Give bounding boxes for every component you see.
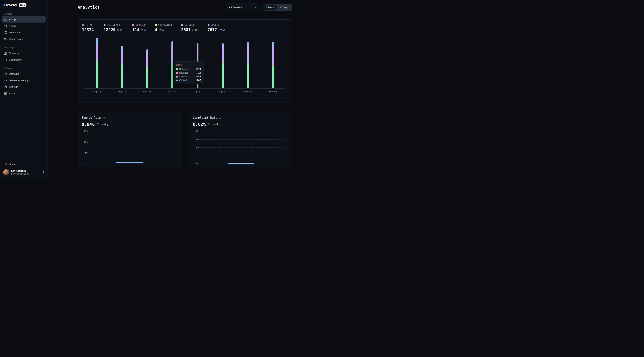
sidebar-item-templates[interactable]: Templates	[2, 29, 46, 36]
stat-complained: COMPLAINED 4(0%)	[155, 24, 172, 32]
bounce-rate-card: Bounce Rate 0.84% Healthy	[78, 112, 181, 167]
sidebar-item-label: Docs	[9, 163, 15, 166]
sidebar-item-domains[interactable]: Domains	[2, 70, 46, 77]
tooltip-row: Opened1055	[176, 75, 201, 78]
info-icon[interactable]	[102, 116, 105, 119]
rate-cards-row: Bounce Rate 0.84% Healthy	[78, 112, 292, 174]
page-title: Analytics	[78, 5, 100, 10]
stat-opened: OPENED 7677(62%)	[208, 24, 225, 32]
info-icon[interactable]	[219, 116, 222, 119]
sidebar-item-contacts[interactable]: Contacts	[2, 50, 46, 56]
check-circle-icon	[97, 123, 99, 126]
range-toggle: 7 Days 30 Days	[262, 4, 292, 10]
sidebar-item-docs[interactable]: Docs	[2, 161, 46, 167]
logo-row: useSend Beta	[0, 0, 48, 8]
bounce-status-badge: Healthy	[97, 123, 108, 126]
analytics-overview-card: TOTAL 12334 DELIVERED 12220(99%) BOUNCED…	[78, 20, 292, 102]
section-label-marketing: Marketing	[4, 46, 48, 49]
sidebar-item-admin[interactable]: Admin	[2, 90, 46, 96]
sidebar-item-label: Templates	[9, 31, 20, 34]
sidebar-item-developer-settings[interactable]: Developer settings	[2, 77, 46, 84]
x-axis-label: Aug 29	[84, 90, 110, 93]
sidebar: useSend Beta General Analytics Emails	[0, 0, 48, 178]
x-axis-label: Sep 01	[160, 90, 185, 93]
range-30days-button[interactable]: 30 Days	[276, 5, 292, 10]
bar-segment-opened	[172, 46, 173, 63]
bar-segment-opened	[96, 46, 98, 61]
legend-dot-complained	[155, 24, 157, 26]
kebab-menu-icon[interactable]	[42, 171, 45, 174]
complaint-rate-plot	[200, 131, 286, 164]
check-circle-icon	[208, 123, 210, 126]
sidebar-item-analytics[interactable]: Analytics	[2, 16, 46, 22]
avatar	[3, 169, 9, 176]
sidebar-item-label: Admin	[9, 92, 16, 95]
sidebar-item-suppressions[interactable]: Suppressions	[2, 36, 46, 42]
legend-dot-delivered	[104, 24, 106, 26]
section-label-general: General	[4, 12, 48, 15]
range-7days-button[interactable]: 7 Days	[263, 5, 276, 10]
legend-dot-total	[82, 24, 84, 26]
bounce-rate-line	[116, 162, 143, 163]
page-header: Analytics All Domains 7 Days 30 Days	[78, 3, 292, 12]
globe-icon	[4, 72, 7, 76]
user-x-icon	[4, 38, 7, 40]
bar-column[interactable]	[110, 46, 134, 88]
complaint-rate-line	[228, 163, 254, 164]
stat-delivered: DELIVERED 12220(99%)	[104, 24, 124, 32]
legend-dot-clicked	[181, 24, 183, 26]
bar-segment-clicked	[96, 38, 98, 46]
sidebar-nav: General Analytics Emails Templates	[0, 8, 48, 97]
legend-dot-bounced	[132, 24, 134, 26]
sidebar-item-label: Developer settings	[9, 79, 30, 82]
complaint-rate-title: Complaint Rate	[193, 116, 217, 120]
domain-filter-value: All Domains	[229, 6, 242, 9]
sidebar-item-campaigns[interactable]: Campaigns	[2, 56, 46, 63]
bar-segment-delivered	[222, 62, 224, 88]
complaint-rate-card: Complaint Rate 0.02% Healthy	[189, 112, 292, 167]
bar-chart-plot: Sep 01 Delivered1573 Bounced19 Opened105…	[84, 38, 286, 88]
user-email: hey@koushik.dev	[11, 172, 29, 175]
app-logo: useSend	[3, 3, 17, 7]
stats-row: TOTAL 12334 DELIVERED 12220(99%) BOUNCED…	[82, 24, 288, 32]
domain-filter-select[interactable]: All Domains	[226, 4, 259, 11]
section-label-settings: Settings	[4, 67, 48, 70]
bounce-rate-chart: 15% 10% 5% 0%	[82, 131, 177, 164]
complaint-status-badge: Healthy	[208, 123, 220, 126]
bar-segment-delivered	[146, 68, 148, 88]
bar-column[interactable]	[134, 50, 160, 88]
user-name: KM Koushik	[11, 169, 29, 172]
bounce-rate-value: 0.84%	[82, 122, 94, 127]
sidebar-item-label: Domains	[9, 72, 19, 75]
bar-segment-delivered	[247, 63, 249, 88]
sidebar-item-settings[interactable]: Settings	[2, 84, 46, 90]
sidebar-item-label: Analytics	[9, 18, 19, 21]
bar-column[interactable]	[235, 42, 260, 88]
app-root: useSend Beta General Analytics Emails	[0, 0, 322, 178]
tooltip-dot-bounced	[176, 72, 178, 74]
bar-segment-opened	[121, 51, 123, 64]
sidebar-item-label: Campaigns	[9, 58, 22, 61]
tooltip-dot-opened	[176, 76, 178, 78]
threshold-line	[89, 142, 174, 142]
bar-column[interactable]	[210, 43, 235, 88]
complaint-rate-value: 0.02%	[193, 122, 206, 127]
chevron-down-icon	[254, 6, 257, 9]
bar-segment-opened	[222, 46, 224, 62]
bounce-rate-title: Bounce Rate	[82, 116, 101, 120]
book-open-icon	[4, 162, 7, 166]
x-axis-label: Aug 30	[110, 90, 134, 93]
user-menu[interactable]: KM Koushik hey@koushik.dev	[0, 167, 48, 178]
bar-column[interactable]	[84, 38, 110, 88]
bar-segment-opened	[146, 52, 148, 67]
bar-segment-delivered	[172, 63, 173, 88]
stat-total: TOTAL 12334	[82, 24, 95, 32]
bounce-y-axis: 15% 10% 5% 0%	[82, 131, 89, 164]
gear-icon	[4, 85, 7, 88]
complaint-y-axis: .8% .6% .4% .2% 0%	[193, 131, 200, 164]
bar-column[interactable]	[260, 42, 286, 88]
tooltip-row: Clicked286	[176, 79, 201, 82]
sidebar-item-emails[interactable]: Emails	[2, 23, 46, 29]
sidebar-item-label: Settings	[9, 86, 18, 88]
main-content: Analytics All Domains 7 Days 30 Days	[48, 0, 322, 178]
